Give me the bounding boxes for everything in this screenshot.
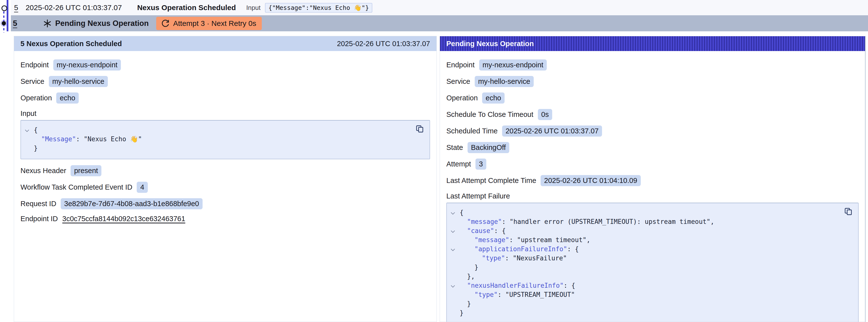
pending-panel-header: Pending Nexus Operation	[440, 36, 865, 51]
field-row: Servicemy-hello-service	[446, 76, 859, 87]
refresh-icon	[162, 20, 169, 27]
pending-operation-title: Pending Nexus Operation	[55, 19, 149, 28]
json-gutter-spacer	[450, 294, 460, 295]
pending-operation-row[interactable]: 5 Pending Nexus Operation Attempt 3 · Ne…	[11, 15, 868, 31]
field-label: Workflow Task Completed Event ID	[21, 183, 132, 191]
event-id-link[interactable]: 5	[13, 19, 17, 28]
field-row: Workflow Task Completed Event ID4	[21, 182, 430, 193]
failure-json-viewer: {"message": "handler error (UPSTREAM_TIM…	[446, 203, 859, 322]
json-line: "type": "NexusFailure"	[450, 254, 836, 263]
field-value-badge: present	[70, 165, 101, 176]
field-row: Endpointmy-nexus-endpoint	[21, 59, 430, 70]
json-gutter-spacer	[24, 148, 34, 149]
event-name: Nexus Operation Scheduled	[137, 3, 236, 12]
copy-button[interactable]	[844, 207, 853, 216]
json-line: "nexusHandlerFailureInfo": {	[450, 281, 836, 290]
json-line: }	[450, 309, 836, 318]
input-preview-chip[interactable]: {"Message":"Nexus Echo 👋"}	[265, 3, 372, 12]
json-line: }	[450, 299, 836, 309]
field-label: Nexus Header	[21, 167, 66, 175]
event-panel-header: 5 Nexus Operation Scheduled 2025-02-26 U…	[14, 36, 436, 51]
json-line: }	[24, 144, 407, 153]
timeline-gutter	[0, 0, 11, 33]
field-label: Service	[446, 77, 470, 86]
json-line: "applicationFailureInfo": {	[450, 245, 836, 254]
json-line: "cause": {	[450, 226, 836, 235]
chevron-down-icon[interactable]	[450, 211, 460, 215]
input-section-label: Input	[21, 109, 430, 118]
chevron-down-icon[interactable]	[450, 229, 460, 233]
json-line: {	[24, 126, 407, 135]
json-gutter-spacer	[450, 239, 460, 240]
pending-operation-panel: Pending Nexus Operation Endpointmy-nexus…	[440, 36, 866, 322]
field-row: Last Attempt Complete Time2025-02-26 UTC…	[446, 175, 859, 186]
field-label: Scheduled Time	[446, 127, 498, 135]
json-line: {	[450, 208, 836, 217]
json-line: "type": "UPSTREAM_TIMEOUT"	[450, 290, 836, 299]
field-value-badge: 0s	[538, 109, 552, 120]
field-label: Endpoint	[21, 61, 49, 69]
field-value-badge: my-nexus-endpoint	[479, 59, 547, 70]
json-line: "message": "handler error (UPSTREAM_TIME…	[450, 217, 836, 226]
field-row: StateBackingOff	[446, 142, 859, 153]
field-value-badge: echo	[482, 93, 504, 103]
input-label: Input	[246, 4, 260, 11]
endpoint-id-link[interactable]: 3c0c75ccfa8144b092c13ce632463761	[62, 215, 185, 223]
field-row: Endpoint ID 3c0c75ccfa8144b092c13ce63246…	[21, 215, 430, 223]
field-row: Servicemy-hello-service	[21, 76, 430, 87]
chevron-down-icon[interactable]	[24, 128, 34, 132]
field-value-badge: 3e829b7e-7d67-4b08-aad3-b1e868bfe9e0	[61, 198, 203, 209]
field-row: Attempt3	[446, 159, 859, 170]
field-value-badge: 3	[475, 159, 486, 170]
json-line: "Message": "Nexus Echo 👋"	[24, 135, 407, 144]
circle-filled-icon	[2, 21, 6, 25]
asterisk-icon	[43, 19, 52, 28]
chevron-down-icon[interactable]	[450, 284, 460, 288]
field-value-badge: 4	[137, 182, 148, 193]
json-gutter-spacer	[450, 267, 460, 268]
panel-title: Pending Nexus Operation	[446, 40, 534, 48]
json-gutter-spacer	[450, 303, 460, 304]
field-label: Schedule To Close Timeout	[446, 110, 533, 119]
field-value-badge: 2025-02-26 UTC 01:04:10.09	[540, 175, 641, 186]
event-detail-panel: 5 Nexus Operation Scheduled 2025-02-26 U…	[14, 36, 437, 322]
json-line: "message": "upstream timeout",	[450, 235, 836, 245]
event-row-scheduled[interactable]: 5 2025-02-26 UTC 01:03:37.07 Nexus Opera…	[11, 0, 868, 15]
field-row: Schedule To Close Timeout0s	[446, 109, 859, 120]
circle-outline-icon	[1, 5, 7, 11]
field-label: Endpoint	[446, 61, 475, 69]
chevron-down-icon[interactable]	[450, 247, 460, 252]
field-label: Endpoint ID	[21, 215, 58, 223]
panel-title: 5 Nexus Operation Scheduled	[21, 40, 122, 48]
field-label: Attempt	[446, 160, 471, 168]
field-row: Scheduled Time2025-02-26 UTC 01:03:37.07	[446, 126, 859, 137]
field-row: Request ID3e829b7e-7d67-4b08-aad3-b1e868…	[21, 198, 430, 209]
json-gutter-spacer	[24, 138, 34, 140]
field-label: Service	[21, 77, 44, 86]
field-value-badge: my-hello-service	[475, 76, 534, 87]
json-gutter-spacer	[450, 276, 460, 277]
field-value-badge: my-nexus-endpoint	[53, 59, 121, 70]
field-row: Operationecho	[446, 93, 859, 103]
event-timestamp: 2025-02-26 UTC 01:03:37.07	[26, 3, 122, 12]
event-id-link[interactable]: 5	[14, 3, 18, 12]
json-line: }	[450, 263, 836, 272]
field-value-badge: BackingOff	[468, 142, 509, 153]
json-gutter-spacer	[450, 258, 460, 259]
json-line: },	[450, 272, 836, 281]
field-row: Endpointmy-nexus-endpoint	[446, 59, 859, 70]
input-json-viewer: {"Message": "Nexus Echo 👋"}	[21, 120, 430, 159]
field-row: Operationecho	[21, 93, 430, 103]
field-value-badge: 2025-02-26 UTC 01:03:37.07	[502, 126, 602, 137]
attempt-retry-text: Attempt 3 · Next Retry 0s	[173, 19, 256, 28]
copy-button[interactable]	[415, 125, 424, 133]
panel-timestamp: 2025-02-26 UTC 01:03:37.07	[337, 40, 430, 48]
timeline-bar	[7, 0, 8, 31]
field-label: Operation	[446, 94, 478, 102]
json-gutter-spacer	[450, 221, 460, 222]
field-value-badge: echo	[56, 93, 79, 103]
field-label: Operation	[21, 94, 52, 102]
field-label: State	[446, 143, 463, 152]
field-label: Request ID	[21, 200, 56, 208]
json-gutter-spacer	[450, 312, 460, 314]
